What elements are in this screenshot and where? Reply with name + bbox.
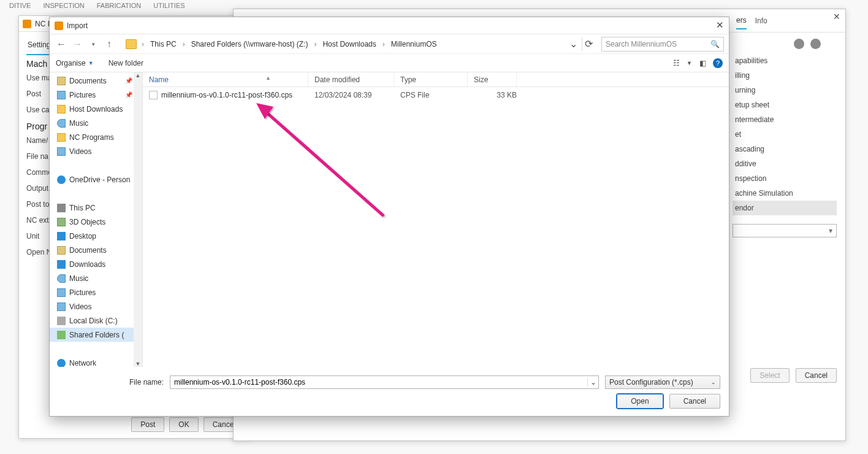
tree-node[interactable]: Network xyxy=(50,356,142,367)
address-dropdown-icon[interactable]: ⌄ xyxy=(567,38,579,50)
refresh-button[interactable]: ⟳ xyxy=(582,37,595,51)
file-pane: Name ▲ Date modified Type Size millenniu… xyxy=(143,72,729,367)
cancel-button[interactable]: Cancel xyxy=(669,394,720,409)
file-header[interactable]: Name ▲ Date modified Type Size xyxy=(143,72,729,87)
tree-node[interactable]: Documents📌 xyxy=(50,74,142,88)
search-icon: 🔍 xyxy=(710,40,720,48)
tab-fabrication[interactable]: FABRICATION xyxy=(97,2,142,9)
tab-info[interactable]: Info xyxy=(755,13,767,29)
tab-additive[interactable]: DITIVE xyxy=(9,2,31,9)
col-name[interactable]: Name ▲ xyxy=(143,72,308,87)
tree-label: Pictures xyxy=(69,288,96,297)
new-folder-button[interactable]: New folder xyxy=(108,59,143,67)
tree-node[interactable] xyxy=(50,158,142,172)
dl-icon xyxy=(57,260,66,269)
cancel-button[interactable]: Cancel xyxy=(796,368,837,383)
tree-node[interactable]: Desktop xyxy=(50,229,142,243)
chevron-right-icon[interactable]: › xyxy=(140,40,145,48)
ok-button[interactable]: OK xyxy=(169,417,198,432)
col-type[interactable]: Type xyxy=(394,72,468,87)
help-icon[interactable]: ? xyxy=(713,58,723,68)
tree-node[interactable]: Shared Folders ( xyxy=(50,328,142,342)
tree-node[interactable]: Host Downloads xyxy=(50,102,142,116)
filename-field[interactable] xyxy=(170,378,587,387)
chevron-down-icon: ▼ xyxy=(88,60,94,66)
doc-icon xyxy=(57,246,66,255)
tree-node[interactable] xyxy=(50,187,142,201)
tree-node[interactable]: This PC xyxy=(50,201,142,215)
file-type-filter[interactable]: Post Configuration (*.cps) ⌄ xyxy=(605,375,720,389)
nav-tree[interactable]: ▲▼ Documents📌Pictures📌Host DownloadsMusi… xyxy=(50,72,143,367)
tree-node[interactable]: 3D Objects xyxy=(50,215,142,229)
tree-node[interactable]: Pictures📌 xyxy=(50,88,142,102)
disk-icon xyxy=(57,317,66,325)
crumb-millenniumos[interactable]: MillenniumOS xyxy=(389,39,440,50)
crumb-this-pc[interactable]: This PC xyxy=(148,39,179,50)
search-input[interactable]: Search MillenniumOS 🔍 xyxy=(601,37,724,52)
help-icon[interactable] xyxy=(810,39,821,49)
chevron-right-icon[interactable]: › xyxy=(313,40,318,48)
tree-node[interactable]: Videos xyxy=(50,299,142,314)
cap-machine-sim[interactable]: achine Simulation xyxy=(733,186,837,201)
close-icon[interactable]: ✕ xyxy=(716,20,724,31)
tree-node[interactable] xyxy=(50,342,142,356)
tree-node[interactable]: Downloads xyxy=(50,257,142,271)
chevron-down-icon: ⌄ xyxy=(711,379,716,385)
tree-node[interactable]: NC Programs xyxy=(50,130,142,144)
tab-utilities[interactable]: UTILITIES xyxy=(153,2,185,9)
close-icon[interactable]: ✕ xyxy=(833,12,840,21)
tree-label: Videos xyxy=(69,147,91,156)
organise-menu[interactable]: Organise ▼ xyxy=(56,59,94,67)
crumb-shared-folders[interactable]: Shared Folders (\\vmware-host) (Z:) xyxy=(189,39,311,50)
select-button[interactable]: Select xyxy=(750,368,789,383)
tab-inspection[interactable]: INSPECTION xyxy=(43,2,84,9)
tree-node[interactable]: Music xyxy=(50,116,142,130)
cap-milling[interactable]: illing xyxy=(733,68,837,83)
user-icon[interactable] xyxy=(794,39,804,49)
filename-input[interactable]: ⌄ xyxy=(170,375,599,389)
forward-button[interactable]: → xyxy=(70,37,84,51)
recent-chevron-icon[interactable]: ▾ xyxy=(86,37,100,51)
chevron-right-icon[interactable]: › xyxy=(181,40,186,48)
pin-icon: 📌 xyxy=(125,77,132,84)
vid-icon xyxy=(57,302,66,311)
folder-icon xyxy=(126,39,137,49)
chevron-right-icon[interactable]: › xyxy=(381,40,386,48)
file-row[interactable]: millennium-os-v0.1.0-rc11-post-f360.cps … xyxy=(143,87,729,103)
tree-scrollbar[interactable]: ▲▼ xyxy=(134,72,142,367)
capabilities-list: apabilities illing urning etup sheet nte… xyxy=(733,53,837,215)
vendor-combo[interactable]: ▾ xyxy=(733,224,837,237)
crumb-host-downloads[interactable]: Host Downloads xyxy=(320,39,378,50)
back-button[interactable]: ← xyxy=(55,37,68,51)
cap-vendor[interactable]: endor xyxy=(733,201,837,215)
fusion-tabs: DITIVE INSPECTION FABRICATION UTILITIES xyxy=(9,0,218,11)
pic-icon xyxy=(57,91,66,99)
tree-node[interactable]: Music xyxy=(50,271,142,285)
cap-setup-sheet[interactable]: etup sheet xyxy=(733,98,837,112)
tree-node[interactable]: Documents xyxy=(50,243,142,257)
breadcrumb[interactable]: › This PC › Shared Folders (\\vmware-hos… xyxy=(140,39,565,50)
col-size[interactable]: Size xyxy=(468,72,517,87)
post-button[interactable]: Post xyxy=(131,417,164,432)
tree-label: Desktop xyxy=(69,232,96,240)
tree-label: This PC xyxy=(69,204,96,212)
cap-cascading[interactable]: ascading xyxy=(733,142,837,156)
preview-pane-icon[interactable]: ◧ xyxy=(697,58,708,69)
filename-dropdown-icon[interactable]: ⌄ xyxy=(587,378,598,387)
tree-node[interactable]: OneDrive - Person xyxy=(50,172,142,187)
up-button[interactable]: ↑ xyxy=(102,37,116,51)
3d-icon xyxy=(57,218,66,226)
cap-additive[interactable]: dditive xyxy=(733,156,837,171)
view-options-icon[interactable]: ☷ xyxy=(671,58,682,69)
cap-inspection[interactable]: nspection xyxy=(733,171,837,186)
cap-intermediate[interactable]: ntermediate xyxy=(733,112,837,127)
cap-turning[interactable]: urning xyxy=(733,83,837,98)
cap-jet[interactable]: et xyxy=(733,127,837,142)
tree-node[interactable]: Pictures xyxy=(50,285,142,299)
open-button[interactable]: Open xyxy=(617,394,663,409)
tab-parameters[interactable]: ers xyxy=(736,12,747,29)
chevron-down-icon[interactable]: ▼ xyxy=(687,60,692,66)
tree-node[interactable]: Local Disk (C:) xyxy=(50,314,142,328)
tree-node[interactable]: Videos xyxy=(50,144,142,158)
col-date[interactable]: Date modified xyxy=(308,72,394,87)
